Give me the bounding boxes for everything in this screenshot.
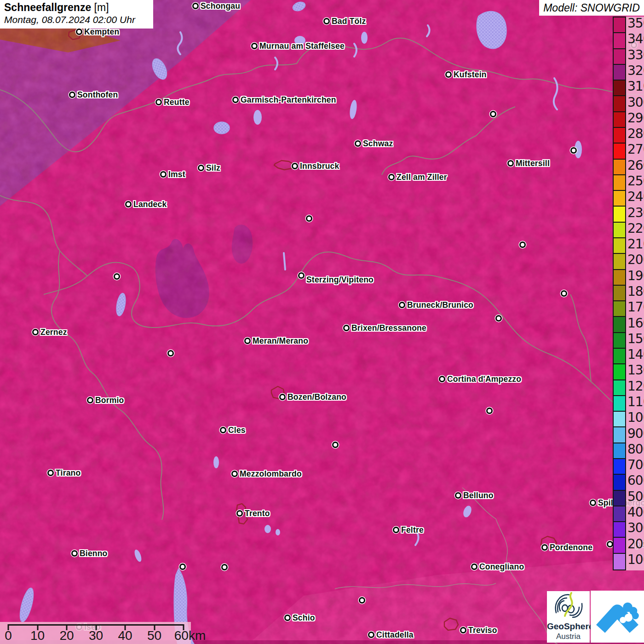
geosphere-logo-country: Austria [547,632,590,641]
legend-segment-1400 [614,349,625,364]
town-dot [232,97,239,103]
town-dot [71,550,78,557]
legend-segment-3500 [614,17,625,33]
town-dot [590,500,596,506]
legend-tick-label: 100 [627,552,644,567]
legend-segment-1800 [614,286,625,301]
town-dot [220,427,226,433]
town-dot [198,165,204,171]
town-label: Bad Tölz [332,17,366,26]
town-label: Bozen/Bolzano [288,392,346,402]
town-label: Imst [168,170,185,179]
title-text: Schneefallgrenze [4,1,91,13]
town-label: Cortina d'Ampezzo [447,374,521,384]
town-label: Trento [245,509,270,518]
legend-segment-400 [614,506,625,522]
legend-segment-3400 [614,33,625,49]
legend-segment-1000 [614,412,625,427]
town-label: Landeck [133,200,167,209]
legend-tick-label: 500 [627,489,644,504]
legend-segment-1500 [614,333,625,349]
town-dot [192,3,199,9]
legend-tick-label: 1000 [627,410,644,425]
geosphere-contour-icon [552,591,585,621]
town-dot [343,325,350,331]
town-label: Schio [293,613,315,623]
town-label: Mezzolombardo [240,469,302,479]
legend-segment-2300 [614,207,625,222]
legend-tick-label: 3100 [627,79,644,94]
scalebar-label: 20 [59,628,74,643]
legend-segment-300 [614,522,625,538]
town-dot [125,201,132,207]
legend-tick-label: 1800 [627,284,644,299]
town-label: Cittadella [376,630,414,640]
avalanche-logo-box [591,591,644,643]
town-label: Sterzing/Vipiteno [306,275,374,285]
town-label: Cles [228,426,246,435]
scalebar-label: 10 [30,628,45,643]
town-dot [323,18,330,24]
town-dot [570,147,577,154]
town-dot [236,510,243,517]
town-label: Conegliano [479,562,524,572]
legend-segment-1100 [614,396,625,412]
town-dot [445,71,452,78]
legend-tick-label: 2700 [627,142,644,157]
legend-segment-2100 [614,238,625,254]
town-dot [359,597,365,604]
legend-segment-2000 [614,254,625,270]
legend-tick-label: 2800 [627,126,644,141]
town-dot [231,471,238,477]
town-dot [471,564,477,570]
legend-tick-label: 3000 [627,94,644,109]
town-dot [47,470,54,476]
town-dot [541,544,548,551]
mountain-cloud-icon [593,594,641,640]
town-dot [244,338,251,344]
geosphere-logo-text: GeoSphere [547,621,590,632]
legend-tick-label: 700 [627,457,644,472]
legend-tick-label: 1700 [627,299,644,315]
legend-segment-2500 [614,175,625,191]
legend-tick-label: 2000 [627,252,644,267]
scale-bar: 0102030405060km [0,622,191,644]
town-dot [495,315,502,322]
legend-segment-200 [614,538,625,553]
town-label: Bruneck/Brunico [407,300,473,310]
model-box: Modell: SNOWGRID [539,0,644,16]
geosphere-logo-box: GeoSphere Austria [547,591,590,643]
town-dot [561,290,567,297]
town-label: Tirano [56,468,80,478]
legend-tick-label: 1500 [627,331,644,346]
town-dot [279,394,286,400]
town-label: Innsbruck [300,161,339,171]
legend-tick-label: 2900 [627,110,644,125]
legend-tick-label: 2600 [627,157,644,172]
town-dot [490,111,496,117]
legend-segment-2700 [614,144,625,159]
town-dot [69,92,75,98]
legend-tick-label: 2300 [627,205,644,220]
town-dot [114,273,120,280]
town-label: Brixen/Bressanone [351,323,426,333]
town-dot [292,163,298,169]
title-datetime: Montag, 08.07.2024 02:00 Uhr [4,14,153,25]
title-unit: [m] [94,1,109,13]
title-box: Schneefallgrenze [m] Montag, 08.07.2024 … [0,0,153,29]
town-dot [160,171,167,178]
legend-colorbar [613,17,626,570]
town-dot [507,160,514,167]
town-dot [393,527,399,533]
legend-segment-500 [614,491,625,506]
town-dot [607,541,613,547]
legend-segment-1900 [614,270,625,286]
town-dot [486,408,493,414]
town-label: Schongau [201,1,240,11]
legend-segment-100 [614,554,625,569]
legend-tick-label: 2100 [627,236,644,252]
town-label: Zernez [40,328,67,337]
town-label: Treviso [468,626,497,635]
legend-tick-label: 1100 [627,394,644,409]
scalebar-label: 40 [118,628,132,643]
